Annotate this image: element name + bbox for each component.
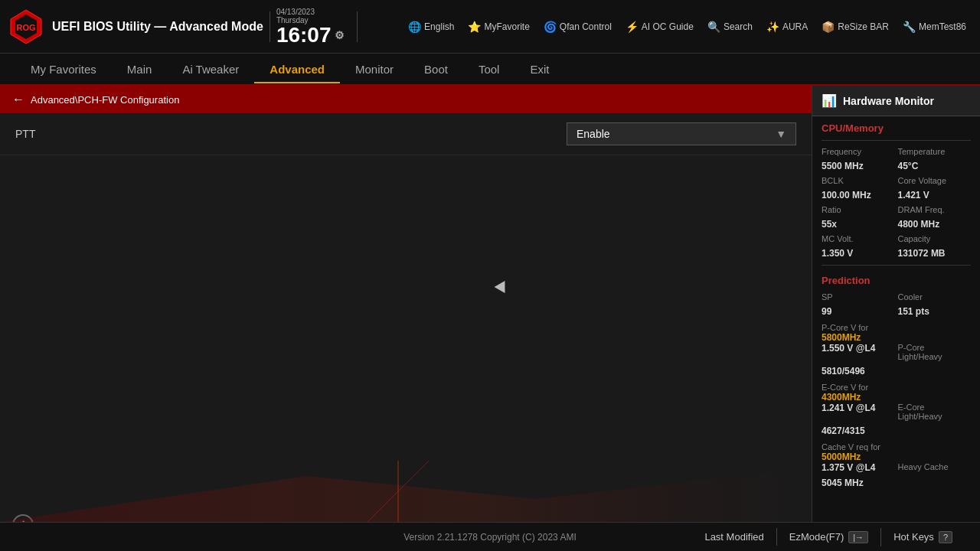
bclk-value: 100.00 MHz: [822, 190, 895, 201]
last-modified-button[interactable]: Last Modified: [692, 528, 776, 546]
cpu-memory-grid: Frequency Temperature 5500 MHz 45°C BCLK…: [812, 144, 980, 262]
fan-icon: 🌀: [544, 21, 557, 33]
capacity-value: 131072 MB: [898, 248, 972, 259]
menu-my-favorites[interactable]: My Favorites: [15, 57, 112, 82]
ai-icon: ⚡: [626, 21, 639, 33]
english-nav-item[interactable]: 🌐 English: [402, 18, 460, 36]
pcore-for-value: 1.550 V @L4: [822, 343, 895, 361]
temperature-value: 45°C: [898, 161, 972, 171]
header-divider: [270, 11, 270, 42]
pcore-details: 1.550 V @L4 P-Core Light/Heavy 5810/5496: [822, 343, 971, 377]
menu-ai-tweaker[interactable]: Ai Tweaker: [167, 57, 254, 82]
header-nav: 🌐 English ⭐ MyFavorite 🌀 Qfan Control ⚡ …: [364, 18, 972, 36]
sp-label: SP: [822, 292, 895, 302]
hotkeys-key-icon: ?: [939, 531, 952, 543]
svg-marker-3: [0, 468, 812, 522]
ecore-lh-value: 4627/4315: [822, 425, 895, 436]
back-arrow-icon[interactable]: ←: [12, 93, 24, 106]
memtest-icon: 🔧: [903, 21, 916, 33]
ptt-dropdown[interactable]: Enable ▼: [567, 122, 796, 145]
ratio-label: Ratio: [822, 205, 895, 214]
myfavorite-nav-item[interactable]: ⭐ MyFavorite: [462, 18, 535, 36]
cooler-label: Cooler: [898, 292, 972, 302]
cooler-value: 151 pts: [898, 306, 972, 317]
ezmode-key-icon: |→: [848, 531, 868, 543]
english-label: English: [424, 21, 454, 32]
qfan-nav-item[interactable]: 🌀 Qfan Control: [537, 18, 618, 36]
clock-area: 04/13/2023 Thursday 16:07 ⚙: [276, 8, 345, 46]
ptt-value: Enable: [577, 128, 610, 140]
hardware-monitor-panel: 📊 Hardware Monitor CPU/Memory Frequency …: [812, 86, 980, 522]
info-icon[interactable]: ℹ: [12, 514, 34, 522]
rog-logo-icon: ROG: [8, 8, 44, 45]
menu-main[interactable]: Main: [112, 57, 168, 82]
header-bar: ROG UEFI BIOS Utility — Advanced Mode 04…: [0, 0, 980, 54]
hotkeys-button[interactable]: Hot Keys ?: [881, 528, 965, 546]
search-label: Search: [724, 21, 753, 32]
last-modified-label: Last Modified: [704, 531, 763, 543]
logo-area: ROG UEFI BIOS Utility — Advanced Mode: [8, 8, 263, 45]
main-content: ← Advanced\PCH-FW Configuration PTT Enab…: [0, 86, 812, 522]
pcore-block: P-Core V for 5800MHz 1.550 V @L4 P-Core …: [812, 320, 980, 380]
temperature-label: Temperature: [898, 147, 972, 156]
ptt-label: PTT: [15, 128, 567, 140]
aioc-label: AI OC Guide: [642, 21, 694, 32]
svg-line-5: [368, 461, 429, 522]
pcore-lh-label: P-Core Light/Heavy: [898, 343, 972, 361]
hw-monitor-header: 📊 Hardware Monitor: [812, 86, 980, 116]
dram-freq-label: DRAM Freq.: [898, 205, 972, 214]
menu-tool[interactable]: Tool: [463, 57, 515, 82]
ratio-value: 55x: [822, 219, 895, 230]
dropdown-arrow-icon: ▼: [776, 128, 786, 140]
cache-req-value: 1.375 V @L4: [822, 462, 895, 473]
footer-version: Version 2.21.1278 Copyright (C) 2023 AMI: [403, 532, 576, 543]
aura-icon: ✨: [766, 21, 779, 33]
menu-monitor[interactable]: Monitor: [340, 57, 409, 82]
cpu-memory-section-title: CPU/Memory: [812, 116, 980, 137]
pcore-lh-value: 5810/5496: [822, 366, 895, 377]
menu-exit[interactable]: Exit: [514, 57, 564, 82]
ecore-lh-label: E-Core Light/Heavy: [898, 403, 972, 421]
ptt-setting-row: PTT Enable ▼: [0, 113, 812, 155]
bclk-label: BCLK: [822, 176, 895, 185]
menu-advanced[interactable]: Advanced: [254, 57, 340, 82]
search-nav-item[interactable]: 🔍 Search: [701, 18, 759, 36]
pcore-for-label: P-Core V for: [822, 323, 971, 332]
bios-title: UEFI BIOS Utility — Advanced Mode: [52, 19, 263, 34]
footer: Version 2.21.1278 Copyright (C) 2023 AMI…: [0, 522, 980, 551]
content-wrapper: ← Advanced\PCH-FW Configuration PTT Enab…: [0, 86, 980, 522]
ezmode-label: EzMode(F7): [789, 531, 844, 543]
ecore-for-label: E-Core V for: [822, 383, 971, 392]
hw-monitor-title: Hardware Monitor: [843, 95, 934, 107]
aura-nav-item[interactable]: ✨ AURA: [760, 18, 814, 36]
ecore-for-freq: 4300MHz: [822, 392, 971, 403]
time-settings-icon[interactable]: ⚙: [335, 30, 345, 41]
aioc-nav-item[interactable]: ⚡ AI OC Guide: [619, 18, 700, 36]
hw-monitor-icon: 📊: [822, 93, 837, 108]
memtest-nav-item[interactable]: 🔧 MemTest86: [897, 18, 972, 36]
core-voltage-value: 1.421 V: [898, 190, 972, 201]
resizebar-icon: 📦: [822, 21, 835, 33]
hotkeys-label: Hot Keys: [893, 531, 934, 543]
menu-boot[interactable]: Boot: [409, 57, 463, 82]
capacity-label: Capacity: [898, 234, 972, 243]
prediction-grid: SP Cooler 99 151 pts: [812, 289, 980, 320]
core-voltage-label: Core Voltage: [898, 176, 972, 185]
globe-icon: 🌐: [408, 21, 421, 33]
clock-time: 16:07 ⚙: [276, 24, 345, 46]
ezmode-button[interactable]: EzMode(F7) |→: [777, 528, 881, 546]
star-icon: ⭐: [468, 21, 481, 33]
ecore-details: 1.241 V @L4 E-Core Light/Heavy 4627/4315: [822, 403, 971, 436]
resizebar-nav-item[interactable]: 📦 ReSize BAR: [815, 18, 895, 36]
prediction-section-title: Prediction: [812, 269, 980, 289]
prediction-divider: [822, 265, 971, 266]
ecore-block: E-Core V for 4300MHz 1.241 V @L4 E-Core …: [812, 380, 980, 439]
dram-freq-value: 4800 MHz: [898, 219, 972, 230]
cache-details: 1.375 V @L4 Heavy Cache 5045 MHz: [822, 462, 971, 488]
menu-bar: My Favorites Main Ai Tweaker Advanced Mo…: [0, 54, 980, 86]
mc-volt-label: MC Volt.: [822, 234, 895, 243]
myfavorite-label: MyFavorite: [484, 21, 529, 32]
mc-volt-value: 1.350 V: [822, 248, 895, 259]
cache-block: Cache V req for 5000MHz 1.375 V @L4 Heav…: [812, 439, 980, 491]
sp-value: 99: [822, 306, 895, 317]
